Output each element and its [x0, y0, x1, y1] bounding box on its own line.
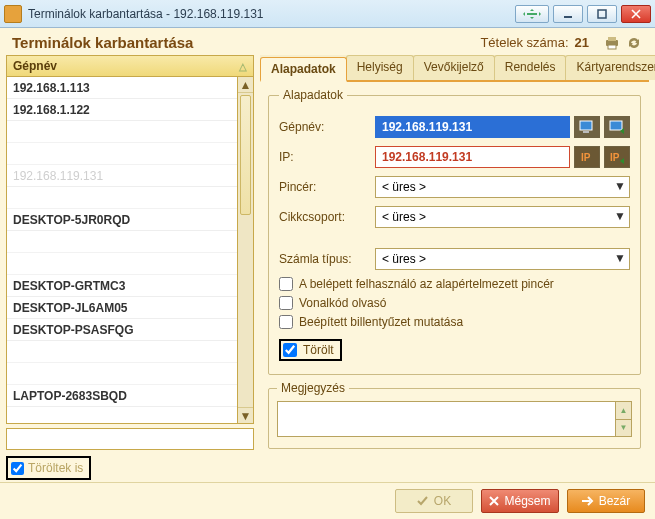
list-item[interactable]: LAPTOP-2683SBQD	[7, 385, 237, 407]
svg-text:IP: IP	[610, 152, 620, 163]
ip-lookup-button[interactable]: IP	[574, 146, 600, 168]
list-item[interactable]	[7, 363, 237, 385]
window-minimize-button[interactable]	[553, 5, 583, 23]
print-icon[interactable]	[603, 35, 621, 51]
svg-rect-0	[564, 16, 572, 18]
scroll-track[interactable]	[238, 93, 253, 407]
list-item[interactable]	[7, 253, 237, 275]
close-button[interactable]: Bezár	[567, 489, 645, 513]
list-item[interactable]: DESKTOP-GRTMC3	[7, 275, 237, 297]
list-item[interactable]: 192.168.119.131	[7, 165, 237, 187]
list-item[interactable]	[7, 187, 237, 209]
tabstrip: Alapadatok Helyiség Vevőkijelző Rendelés…	[260, 55, 649, 82]
show-deleted-check-icon[interactable]	[11, 462, 24, 475]
checkbox-icon[interactable]	[279, 296, 293, 310]
tab-rendeles[interactable]: Rendelés	[494, 55, 567, 80]
items-count-label: Tételek száma:	[480, 35, 568, 50]
check-icon	[417, 495, 429, 507]
app-icon	[4, 5, 22, 23]
default-pincer-label: A belépett felhasználó az alapértelmezet…	[299, 277, 554, 291]
window-title: Terminálok karbantartása - 192.168.119.1…	[28, 7, 263, 21]
gepnev-label: Gépnév:	[279, 120, 375, 134]
barcode-label: Vonalkód olvasó	[299, 296, 386, 310]
cikkcsoport-select[interactable]	[375, 206, 630, 228]
svg-text:IP: IP	[581, 152, 591, 163]
svg-rect-1	[598, 10, 606, 18]
alapadatok-group: Alapadatok Gépnév: IP:	[268, 88, 641, 375]
gepnev-input[interactable]	[375, 116, 570, 138]
page-title: Terminálok karbantartása	[12, 34, 193, 51]
deleted-label: Törölt	[303, 343, 334, 357]
gepnev-lookup-button[interactable]	[574, 116, 600, 138]
ok-label: OK	[434, 494, 451, 508]
x-icon	[489, 496, 499, 506]
checkbox-icon[interactable]	[279, 277, 293, 291]
szamlatipus-select[interactable]	[375, 248, 630, 270]
szamlatipus-label: Számla típus:	[279, 252, 375, 266]
show-deleted-label: Töröltek is	[28, 461, 83, 475]
textarea-scroll[interactable]: ▲ ▼	[615, 402, 631, 436]
checkbox-icon[interactable]	[279, 315, 293, 329]
window-close-button[interactable]	[621, 5, 651, 23]
arrow-right-icon	[582, 496, 594, 506]
show-deleted-checkbox[interactable]: Töröltek is	[6, 456, 91, 480]
cikkcsoport-label: Cikkcsoport:	[279, 210, 375, 224]
terminal-list[interactable]: 192.168.1.113 192.168.1.122 192.168.119.…	[6, 77, 238, 424]
list-item[interactable]	[7, 231, 237, 253]
svg-rect-4	[608, 45, 616, 49]
dialog-footer: OK Mégsem Bezár	[0, 482, 655, 519]
page-header: Terminálok karbantartása Tételek száma: …	[0, 28, 655, 55]
scroll-down-icon[interactable]: ▼	[615, 420, 631, 437]
tab-helyiseg[interactable]: Helyiség	[346, 55, 414, 80]
cancel-button[interactable]: Mégsem	[481, 489, 559, 513]
sort-icon: △	[239, 61, 247, 72]
ok-button[interactable]: OK	[395, 489, 473, 513]
close-label: Bezár	[599, 494, 630, 508]
list-column-header[interactable]: Gépnév △	[6, 55, 254, 77]
svg-rect-7	[610, 121, 622, 130]
list-item[interactable]	[7, 121, 237, 143]
scroll-up-icon[interactable]: ▲	[615, 402, 631, 420]
tab-vevokijelzo[interactable]: Vevőkijelző	[413, 55, 495, 80]
tab-alapadatok[interactable]: Alapadatok	[260, 57, 347, 82]
default-pincer-checkbox[interactable]: A belépett felhasználó az alapértelmezet…	[279, 277, 630, 291]
ip-label: IP:	[279, 150, 375, 164]
list-column-label: Gépnév	[13, 59, 57, 73]
list-item[interactable]: 192.168.1.122	[7, 99, 237, 121]
svg-rect-5	[580, 121, 592, 130]
titlebar: Terminálok karbantartása - 192.168.119.1…	[0, 0, 655, 28]
scroll-up-button[interactable]: ▲	[238, 77, 253, 93]
refresh-icon[interactable]	[625, 35, 643, 51]
window-move-button[interactable]	[515, 5, 549, 23]
list-item[interactable]: DESKTOP-JL6AM05	[7, 297, 237, 319]
list-item[interactable]: 192.168.1.113	[7, 77, 237, 99]
list-filter-input[interactable]	[6, 428, 254, 450]
scroll-down-button[interactable]: ▼	[238, 407, 253, 423]
list-item[interactable]: DESKTOP-5JR0RQD	[7, 209, 237, 231]
deleted-checkbox[interactable]: Törölt	[279, 339, 342, 361]
tab-kartyarendszer[interactable]: Kártyarendszer	[565, 55, 655, 80]
terminal-list-pane: Gépnév △ 192.168.1.113 192.168.1.122 192…	[6, 55, 254, 480]
window-maximize-button[interactable]	[587, 5, 617, 23]
megjegyzes-textarea[interactable]	[277, 401, 632, 437]
keyboard-label: Beépített billentyűzet mutatása	[299, 315, 463, 329]
list-item[interactable]: DESKTOP-PSASFQG	[7, 319, 237, 341]
ip-input[interactable]	[375, 146, 570, 168]
list-scrollbar[interactable]: ▲ ▼	[238, 77, 254, 424]
list-item[interactable]	[7, 143, 237, 165]
scroll-thumb[interactable]	[240, 95, 251, 215]
ip-refresh-button[interactable]: IP	[604, 146, 630, 168]
barcode-checkbox[interactable]: Vonalkód olvasó	[279, 296, 630, 310]
megjegyzes-legend: Megjegyzés	[277, 381, 349, 395]
checkbox-icon[interactable]	[283, 343, 297, 357]
pincer-label: Pincér:	[279, 180, 375, 194]
megjegyzes-group: Megjegyzés ▲ ▼	[268, 381, 641, 449]
pincer-select[interactable]	[375, 176, 630, 198]
items-count-value: 21	[575, 35, 589, 50]
cancel-label: Mégsem	[504, 494, 550, 508]
list-item[interactable]	[7, 341, 237, 363]
svg-rect-6	[583, 131, 589, 133]
detail-pane: Alapadatok Helyiség Vevőkijelző Rendelés…	[260, 55, 649, 480]
keyboard-checkbox[interactable]: Beépített billentyűzet mutatása	[279, 315, 630, 329]
gepnev-refresh-button[interactable]	[604, 116, 630, 138]
